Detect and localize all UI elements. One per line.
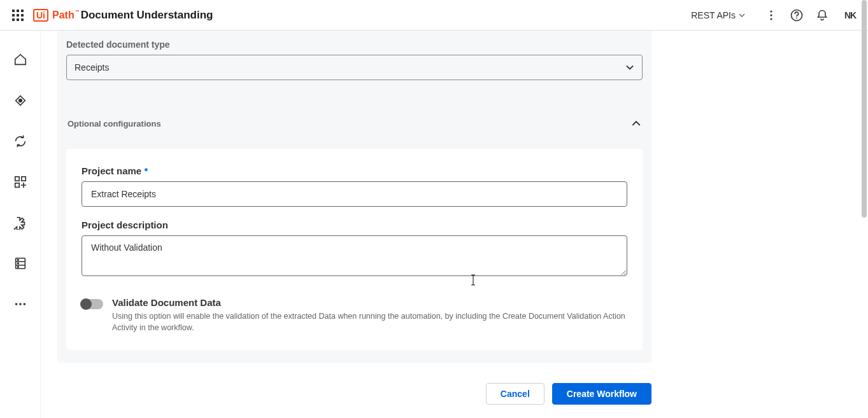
- svg-point-13: [796, 17, 797, 18]
- chevron-down-icon: [625, 63, 634, 72]
- sidebar-item-classifier[interactable]: [9, 89, 32, 112]
- chevron-down-icon: [738, 11, 746, 19]
- create-workflow-button[interactable]: Create Workflow: [552, 383, 651, 405]
- svg-point-22: [15, 303, 17, 305]
- help-icon: [790, 9, 803, 22]
- sync-icon: [13, 134, 27, 148]
- left-nav-rail: [0, 31, 41, 418]
- svg-point-24: [23, 303, 25, 305]
- apps-launcher-button[interactable]: [8, 5, 28, 25]
- storage-icon: [13, 256, 27, 270]
- project-name-input[interactable]: [82, 181, 627, 207]
- scrollbar[interactable]: [860, 0, 868, 418]
- svg-point-23: [19, 303, 22, 305]
- project-description-textarea[interactable]: [82, 235, 627, 276]
- svg-rect-2: [21, 10, 24, 12]
- svg-rect-17: [15, 183, 18, 187]
- app-title: Document Understanding: [81, 9, 213, 22]
- sidebar-item-home[interactable]: [9, 48, 32, 71]
- help-button[interactable]: [785, 4, 808, 27]
- svg-rect-1: [17, 10, 19, 12]
- svg-rect-0: [12, 10, 15, 12]
- select-value: Receipts: [75, 62, 109, 73]
- sidebar-item-extensions[interactable]: [9, 211, 32, 234]
- svg-point-9: [770, 10, 772, 12]
- svg-rect-16: [21, 177, 25, 181]
- footer-actions: Cancel Create Workflow: [57, 383, 651, 405]
- sidebar-item-storage[interactable]: [9, 252, 32, 275]
- rest-api-label: REST APIs: [691, 10, 736, 20]
- optional-config-card: Project name * Project description: [66, 149, 643, 350]
- logo-ui-text: Ui: [33, 9, 48, 22]
- sidebar-item-refresh[interactable]: [9, 130, 32, 153]
- kebab-icon: [765, 10, 777, 21]
- config-panel: Detected document type Receipts Optional…: [57, 31, 651, 363]
- sidebar-item-add[interactable]: [9, 171, 32, 193]
- puzzle-icon: [13, 216, 27, 230]
- cancel-button[interactable]: Cancel: [486, 383, 544, 405]
- optional-config-toggle[interactable]: Optional configurations: [66, 118, 643, 129]
- top-bar: Ui Path™ Document Understanding REST API…: [0, 0, 868, 31]
- content-area: Detected document type Receipts Optional…: [41, 31, 868, 418]
- svg-rect-4: [17, 14, 19, 17]
- svg-rect-5: [21, 14, 24, 17]
- svg-point-14: [18, 99, 22, 102]
- svg-point-19: [17, 260, 18, 261]
- svg-rect-15: [15, 177, 18, 181]
- svg-point-10: [770, 14, 772, 16]
- scrollbar-thumb[interactable]: [862, 0, 867, 218]
- chevron-up-icon: [631, 118, 641, 129]
- more-menu-button[interactable]: [760, 4, 783, 27]
- apps-grid-icon: [12, 10, 24, 21]
- svg-point-11: [770, 18, 772, 20]
- svg-point-21: [17, 267, 18, 268]
- logo[interactable]: Ui Path™ Document Understanding: [33, 9, 213, 22]
- notifications-button[interactable]: [811, 4, 834, 27]
- toggle-knob: [80, 298, 92, 310]
- detected-doc-type-label: Detected document type: [66, 39, 643, 50]
- project-description-label: Project description: [82, 219, 627, 230]
- validate-toggle-title: Validate Document Data: [112, 297, 627, 308]
- detected-doc-type-select[interactable]: Receipts: [66, 55, 643, 80]
- sidebar-item-more[interactable]: [9, 293, 32, 316]
- bell-icon: [816, 9, 829, 22]
- logo-path-text: Path™: [52, 10, 75, 21]
- svg-rect-7: [17, 18, 19, 21]
- optional-config-label: Optional configurations: [68, 119, 161, 129]
- target-icon: [13, 94, 27, 108]
- validate-toggle[interactable]: [82, 299, 103, 309]
- svg-rect-8: [21, 18, 24, 21]
- rest-api-dropdown[interactable]: REST APIs: [686, 8, 751, 23]
- project-name-label: Project name *: [82, 165, 627, 176]
- svg-rect-3: [12, 14, 15, 17]
- avatar-initials: NK: [844, 10, 856, 20]
- user-avatar[interactable]: NK: [840, 5, 860, 25]
- svg-point-20: [17, 263, 18, 264]
- svg-rect-6: [12, 18, 15, 21]
- required-indicator: *: [144, 165, 148, 176]
- grid-add-icon: [13, 175, 27, 189]
- home-icon: [13, 53, 27, 67]
- ellipsis-icon: [13, 297, 27, 311]
- validate-toggle-description: Using this option will enable the valida…: [112, 310, 627, 333]
